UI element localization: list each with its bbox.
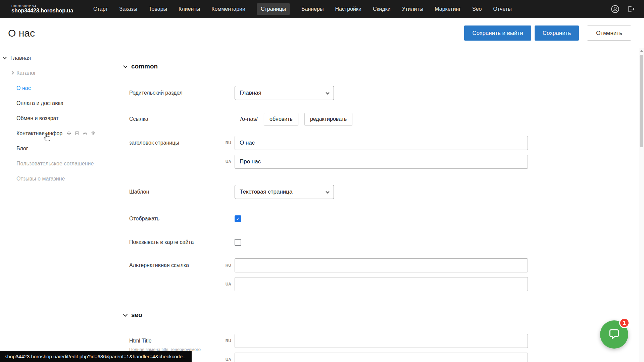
- lang-tag-ru: RU: [212, 263, 235, 268]
- field-parent-section: Родительский раздел Главная: [129, 86, 644, 100]
- menu-item-seo[interactable]: Seo: [472, 6, 482, 12]
- brand-domain: shop34423.horoshop.ua: [11, 8, 73, 14]
- section-seo[interactable]: seo: [124, 311, 644, 319]
- link-path: /o-nas/: [240, 116, 258, 122]
- header-actions: Сохранить и выйти Сохранить Отменить: [464, 25, 631, 41]
- menu-item-start[interactable]: Старт: [93, 6, 108, 12]
- collapse-icon[interactable]: [123, 312, 128, 317]
- parent-section-select[interactable]: Главная: [235, 86, 334, 100]
- delete-icon[interactable]: [91, 131, 96, 136]
- field-label: Отображать: [129, 216, 235, 222]
- tree-item-user-agreement[interactable]: Пользовательское соглашение: [0, 156, 118, 171]
- tree-item-blog[interactable]: Блог: [0, 141, 118, 156]
- sitemap-checkbox[interactable]: [235, 239, 241, 246]
- lang-tag-ua: UA: [212, 282, 235, 287]
- field-label: Ссылка: [129, 116, 235, 122]
- scroll-up-arrow[interactable]: [639, 48, 644, 53]
- settings-icon[interactable]: [83, 131, 88, 136]
- menu-item-banners[interactable]: Баннеры: [301, 6, 324, 12]
- page-title: О нас: [8, 28, 35, 39]
- field-page-title: заголовок страницы RU UA: [129, 136, 644, 169]
- pages-tree-sidebar: Главная Каталог О нас Оплата и доставка …: [0, 48, 118, 362]
- move-icon[interactable]: [66, 131, 71, 136]
- cancel-button[interactable]: Отменить: [587, 25, 631, 41]
- chat-bubble-icon: [608, 328, 621, 341]
- tree-item-actions: [66, 131, 96, 136]
- field-sitemap: Показывать в карте сайта: [129, 239, 644, 246]
- field-html-title: Html Title Полная замена title, генериру…: [129, 334, 644, 362]
- refresh-link-button[interactable]: обновить: [264, 113, 298, 125]
- collapse-icon[interactable]: [123, 64, 128, 68]
- brand-version: HOROSHOP V4: [11, 4, 73, 8]
- app: HOROSHOP V4 shop34423.horoshop.ua Старт …: [0, 0, 644, 362]
- vertical-scrollbar[interactable]: [639, 48, 644, 362]
- chevron-down-icon: [326, 91, 329, 94]
- field-template: Шаблон Текстовая страница: [129, 185, 644, 199]
- field-display: Отображать: [129, 215, 644, 222]
- lang-tag-ru: RU: [212, 339, 235, 343]
- page-title-ru-input[interactable]: [235, 136, 528, 150]
- selected-value: Текстовая страница: [240, 189, 293, 195]
- html-title-ru-input[interactable]: [235, 334, 528, 348]
- menu-item-pages[interactable]: Страницы: [257, 3, 290, 15]
- menu-item-clients[interactable]: Клиенты: [179, 6, 200, 12]
- page-edit-form: common Родительский раздел Главная Ссылк…: [118, 48, 644, 362]
- chat-widget: 1: [600, 320, 628, 349]
- field-label: заголовок страницы: [129, 136, 212, 150]
- field-link: Ссылка /o-nas/ обновить редактировать: [129, 113, 644, 125]
- section-common[interactable]: common: [124, 62, 644, 71]
- tree-item-payment-delivery[interactable]: Оплата и доставка: [0, 96, 118, 111]
- selected-value: Главная: [240, 90, 261, 96]
- lang-tag-ua: UA: [212, 357, 235, 362]
- topbar-right: [610, 4, 635, 14]
- field-alt-link: Альтернативная ссылка RU UA: [129, 258, 644, 291]
- scroll-thumb[interactable]: [640, 55, 643, 147]
- display-checkbox[interactable]: [235, 215, 241, 222]
- menu-item-reports[interactable]: Отчеты: [493, 6, 512, 12]
- menu-item-marketing[interactable]: Маркетинг: [435, 6, 461, 12]
- menu-item-comments[interactable]: Комментарии: [211, 6, 245, 12]
- save-and-exit-button[interactable]: Сохранить и выйти: [464, 25, 531, 41]
- logout-icon[interactable]: [627, 5, 635, 13]
- tree-item-catalog[interactable]: Каталог: [0, 65, 118, 81]
- chat-notification-badge: 1: [619, 318, 630, 328]
- save-button[interactable]: Сохранить: [535, 25, 579, 41]
- tree-item-about-us[interactable]: О нас: [0, 81, 118, 96]
- chevron-down-icon[interactable]: [3, 55, 6, 59]
- field-label: Альтернативная ссылка: [129, 258, 212, 272]
- menu-item-settings[interactable]: Настройки: [335, 6, 361, 12]
- account-icon[interactable]: [610, 4, 620, 14]
- field-label: Шаблон: [129, 189, 235, 195]
- menu-item-orders[interactable]: Заказы: [119, 6, 137, 12]
- field-label-block: Html Title Полная замена title, генериру…: [129, 334, 212, 352]
- field-label: Родительский раздел: [129, 90, 235, 96]
- chevron-down-icon: [326, 190, 329, 193]
- html-title-ua-input[interactable]: [235, 353, 528, 362]
- lang-tag-ru: RU: [212, 141, 235, 145]
- tree-item-store-reviews[interactable]: Отзывы о магазине: [0, 171, 118, 186]
- main-area: Главная Каталог О нас Оплата и доставка …: [0, 48, 644, 362]
- brand[interactable]: HOROSHOP V4 shop34423.horoshop.ua: [11, 4, 73, 14]
- tree-item-home[interactable]: Главная: [0, 50, 118, 65]
- template-select[interactable]: Текстовая страница: [235, 185, 334, 199]
- lang-tag-ua: UA: [212, 159, 235, 164]
- edit-link-button[interactable]: редактировать: [304, 113, 352, 125]
- menu-item-discounts[interactable]: Скидки: [373, 6, 391, 12]
- field-label: Html Title: [129, 338, 212, 344]
- chevron-right-icon[interactable]: [10, 71, 14, 74]
- alt-link-ua-input[interactable]: [235, 277, 528, 291]
- field-label: Показывать в карте сайта: [129, 239, 235, 245]
- status-url-tooltip: shop34423.horoshop.ua/edit/edit.php?id=6…: [0, 351, 192, 362]
- page-title-ua-input[interactable]: [235, 155, 528, 169]
- main-menu: Старт Заказы Товары Клиенты Комментарии …: [93, 3, 512, 15]
- alt-link-ru-input[interactable]: [235, 258, 528, 272]
- page-header: О нас Сохранить и выйти Сохранить Отмени…: [0, 18, 644, 48]
- tree-item-exchange-return[interactable]: Обмен и возврат: [0, 111, 118, 126]
- topbar: HOROSHOP V4 shop34423.horoshop.ua Старт …: [0, 0, 644, 18]
- menu-item-utilities[interactable]: Утилиты: [402, 6, 424, 12]
- tree-item-contact-info[interactable]: Контактная инфор: [0, 126, 118, 141]
- menu-item-products[interactable]: Товары: [149, 6, 167, 12]
- add-page-icon[interactable]: [75, 131, 80, 136]
